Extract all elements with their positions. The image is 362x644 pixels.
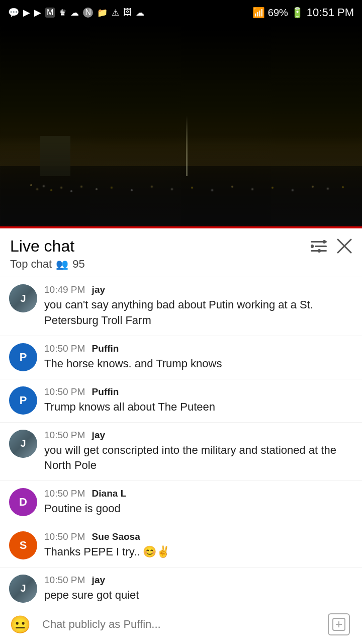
message-author: jay (92, 575, 105, 585)
avatar: J (9, 430, 37, 458)
message-time: 10:50 PM (44, 488, 85, 499)
play-icon: ▶ (23, 7, 30, 18)
message-text: Poutine is good (44, 501, 353, 517)
chat-message: P 10:50 PM Puffin Trump knows all about … (0, 379, 362, 423)
message-author: Puffin (92, 343, 119, 354)
message-author: Sue Saosa (92, 531, 140, 542)
svg-rect-4 (323, 240, 326, 244)
svg-rect-5 (318, 249, 321, 253)
battery-icon: 🔋 (291, 7, 304, 19)
message-meta: 10:50 PM Diana L (44, 488, 353, 499)
chat-subtitle: Top chat 👥 95 (10, 258, 85, 271)
video-player[interactable] (0, 25, 362, 226)
svg-rect-3 (311, 245, 314, 248)
avatar: J (9, 575, 37, 603)
message-meta: 10:50 PM Sue Saosa (44, 531, 353, 542)
message-text: you will get conscripted into the milita… (44, 443, 353, 474)
battery-level: 69% (268, 7, 288, 19)
close-button[interactable] (337, 238, 352, 254)
chat-input-bar[interactable]: 😐 (0, 604, 362, 644)
message-text: you can't say anything bad about Putin w… (44, 297, 353, 329)
chat-messages-list: J 10:49 PM jay you can't say anything ba… (0, 277, 362, 644)
message-icon: 💬 (8, 7, 19, 18)
message-content: 10:50 PM Puffin Trump knows all about Th… (44, 386, 353, 415)
message-content: 10:50 PM Diana L Poutine is good (44, 488, 353, 517)
message-content: 10:50 PM jay pepe sure got quiet (44, 575, 353, 603)
cloud-icon: ☁ (70, 8, 79, 18)
chat-header-left: Live chat Top chat 👥 95 (10, 236, 85, 271)
avatar-initial: P (20, 351, 27, 364)
cloud2-icon: ☁ (136, 8, 144, 18)
message-author: Diana L (92, 488, 127, 499)
m-icon: M (45, 8, 55, 18)
wifi-icon: 📶 (252, 7, 265, 19)
viewer-count: 95 (72, 258, 84, 271)
avatar-initial: D (19, 496, 27, 509)
emoji-icon: 😐 (10, 614, 31, 634)
avatar-initial: P (20, 394, 27, 407)
status-bar-left: 💬 ▶ ▶ M ♛ ☁ N 📁 ⚠ 🖼 ☁ (8, 7, 144, 18)
message-text: pepe sure got quiet (44, 588, 353, 603)
warning-icon: ⚠ (112, 8, 119, 18)
message-author: jay (92, 430, 105, 440)
chat-message: D 10:50 PM Diana L Poutine is good (0, 481, 362, 524)
message-content: 10:50 PM jay you will get conscripted in… (44, 430, 353, 474)
message-meta: 10:50 PM jay (44, 430, 353, 441)
chat-message: P 10:50 PM Puffin The horse knows. and T… (0, 336, 362, 379)
photo-icon: 🖼 (123, 8, 132, 18)
message-time: 10:50 PM (44, 343, 85, 354)
message-author: Puffin (92, 386, 119, 397)
chat-text-input[interactable] (38, 611, 318, 637)
crown-icon: ♛ (59, 8, 66, 18)
status-bar: 💬 ▶ ▶ M ♛ ☁ N 📁 ⚠ 🖼 ☁ 📶 69% 🔋 10:51 PM (0, 0, 362, 25)
message-time: 10:49 PM (44, 284, 85, 295)
avatar-initial: S (20, 539, 27, 552)
send-icon (328, 613, 350, 635)
chat-header-right[interactable] (311, 236, 352, 254)
message-text: Trump knows all about The Puteen (44, 399, 353, 415)
chat-message: J 10:50 PM jay you will get conscripted … (0, 423, 362, 481)
avatar: P (9, 386, 37, 415)
avatar: S (9, 531, 37, 559)
top-chat-label: Top chat (10, 258, 52, 271)
message-text: The horse knows. and Trump knows (44, 356, 353, 372)
message-meta: 10:50 PM Puffin (44, 343, 353, 354)
message-time: 10:50 PM (44, 430, 85, 440)
chat-header: Live chat Top chat 👥 95 (0, 228, 362, 277)
emoji-button[interactable]: 😐 (7, 611, 33, 637)
filter-button[interactable] (311, 239, 327, 253)
status-bar-right: 📶 69% 🔋 10:51 PM (252, 6, 354, 19)
chat-message: S 10:50 PM Sue Saosa Thanks PEPE I try..… (0, 524, 362, 568)
message-time: 10:50 PM (44, 575, 85, 585)
city-lights (0, 126, 362, 226)
avatar: J (9, 284, 37, 312)
svg-rect-1 (315, 246, 327, 247)
n-icon: N (83, 8, 93, 18)
message-content: 10:49 PM jay you can't say anything bad … (44, 284, 353, 329)
message-text: Thanks PEPE I try.. 😊✌ (44, 544, 353, 560)
message-author: jay (92, 284, 105, 295)
people-icon: 👥 (56, 258, 68, 270)
live-chat-title: Live chat (10, 236, 85, 256)
message-time: 10:50 PM (44, 386, 85, 397)
avatar: P (9, 343, 37, 371)
chat-message: J 10:49 PM jay you can't say anything ba… (0, 277, 362, 336)
message-time: 10:50 PM (44, 531, 85, 542)
send-button[interactable] (323, 611, 355, 637)
avatar: D (9, 488, 37, 516)
message-meta: 10:49 PM jay (44, 284, 353, 295)
clock: 10:51 PM (307, 6, 354, 19)
play-icon2: ▶ (34, 7, 41, 18)
message-meta: 10:50 PM Puffin (44, 386, 353, 397)
folder-icon: 📁 (97, 8, 108, 18)
message-content: 10:50 PM Puffin The horse knows. and Tru… (44, 343, 353, 372)
message-meta: 10:50 PM jay (44, 575, 353, 586)
message-content: 10:50 PM Sue Saosa Thanks PEPE I try.. 😊… (44, 531, 353, 560)
